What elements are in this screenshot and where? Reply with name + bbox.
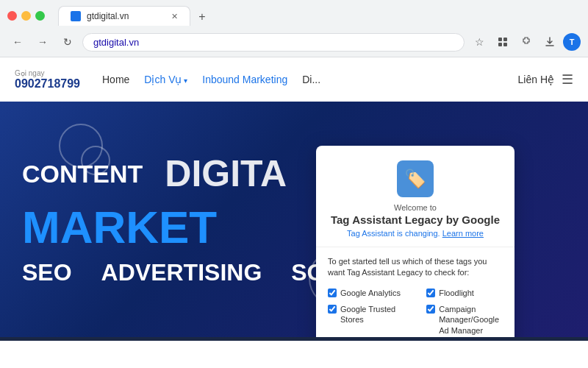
tab-favicon	[71, 11, 81, 21]
checkbox-trusted-stores[interactable]: Google Trusted Stores	[328, 304, 419, 336]
checkbox-campaign-manager[interactable]: Campaign Manager/Google Ad Manager	[426, 304, 503, 336]
call-label: Gọi ngay	[15, 69, 80, 77]
refresh-button[interactable]: ↻	[57, 32, 78, 52]
dialog-title: Tag Assistant Legacy by Google	[331, 213, 500, 226]
window-controls	[7, 11, 45, 21]
dialog-header: 🏷️ Welcome to Tag Assistant Legacy by Go…	[316, 146, 514, 247]
maximize-button[interactable]	[35, 11, 45, 21]
checkbox-floodlight[interactable]: Floodlight	[426, 288, 503, 298]
nav-inbound-marketing[interactable]: Inbound Marketing	[202, 74, 287, 85]
dialog-description: To get started tell us which of these ta…	[328, 256, 503, 279]
minimize-button[interactable]	[21, 11, 31, 21]
nav-logo-area: Gọi ngay 0902718799	[15, 69, 80, 91]
checkboxes-grid: Google Analytics Floodlight Google Trust…	[328, 288, 503, 337]
tag-icon-wrapper: 🏷️	[397, 160, 434, 197]
checkbox-ts-input[interactable]	[328, 305, 337, 314]
website-nav: Gọi ngay 0902718799 Home Dịch Vụ Inbound…	[0, 57, 588, 102]
checkbox-fl-label: Floodlight	[439, 288, 474, 298]
back-button[interactable]: ←	[7, 32, 28, 52]
hero-word-digital: DIGITA	[165, 152, 287, 195]
svg-rect-3	[503, 43, 507, 46]
nav-more[interactable]: Di...	[302, 74, 320, 85]
checkbox-ga-label: Google Analytics	[340, 288, 401, 298]
extension-icon[interactable]	[492, 32, 513, 52]
checkbox-ga-input[interactable]	[328, 289, 337, 297]
website-content: Gọi ngay 0902718799 Home Dịch Vụ Inbound…	[0, 57, 588, 341]
bookmark-icon[interactable]: ☆	[469, 32, 490, 52]
address-bar[interactable]: gtdigital.vn	[82, 33, 465, 52]
address-bar-row: ← → ↻ gtdigital.vn ☆ T	[0, 29, 588, 57]
checkbox-cm-label: Campaign Manager/Google Ad Manager	[439, 304, 503, 336]
learn-more-link[interactable]: Learn more	[442, 229, 484, 238]
address-text: gtdigital.vn	[93, 37, 453, 48]
checkbox-cm-input[interactable]	[426, 305, 435, 314]
browser-chrome: gtdigital.vn ✕ + ← → ↻ gtdigital.vn ☆ T	[0, 0, 588, 57]
tab-close-icon[interactable]: ✕	[171, 12, 178, 21]
phone-number: 0902718799	[15, 77, 80, 91]
download-icon[interactable]	[539, 32, 560, 52]
extensions-puzzle-icon[interactable]	[516, 32, 537, 52]
website-footer: GT Grow together 🌐 gtdigital.vn 📞 0902.7…	[0, 337, 588, 341]
close-button[interactable]	[7, 11, 17, 21]
checkbox-fl-input[interactable]	[426, 289, 435, 297]
tag-assistant-dialog: 🏷️ Welcome to Tag Assistant Legacy by Go…	[316, 146, 514, 337]
forward-button[interactable]: →	[32, 32, 53, 52]
subtitle-prefix: Tag Assistant is changing.	[347, 229, 440, 238]
svg-rect-0	[498, 38, 502, 41]
hero-word-market: MARKE	[22, 201, 189, 253]
dialog-body: To get started tell us which of these ta…	[316, 247, 514, 337]
toolbar-icons: ☆ T	[469, 32, 581, 52]
tag-icon: 🏷️	[404, 169, 426, 189]
tab-title: gtdigital.vn	[87, 11, 129, 21]
nav-contact[interactable]: Liên Hệ	[518, 74, 554, 85]
hero-word-content: CONTENT	[22, 160, 143, 188]
checkbox-ts-label: Google Trusted Stores	[340, 304, 419, 325]
tabs-row: gtdigital.vn ✕ +	[51, 6, 218, 26]
browser-top-bar: gtdigital.vn ✕ +	[0, 0, 588, 29]
hero-section: CONTENT DIGITA MARKE T SEO ADVERTISING S…	[0, 102, 588, 337]
nav-home[interactable]: Home	[102, 74, 129, 85]
user-avatar[interactable]: T	[563, 33, 581, 51]
hamburger-icon[interactable]: ☰	[562, 71, 573, 88]
hero-word-t: T	[189, 201, 217, 253]
dialog-subtitle: Tag Assistant is changing. Learn more	[347, 229, 484, 238]
svg-rect-2	[498, 43, 502, 46]
nav-services[interactable]: Dịch Vụ	[144, 74, 187, 85]
new-tab-button[interactable]: +	[193, 8, 211, 26]
hero-word-seo: SEO	[22, 259, 72, 286]
dialog-welcome: Welcome to	[394, 203, 437, 212]
checkbox-google-analytics[interactable]: Google Analytics	[328, 288, 419, 298]
svg-rect-1	[503, 38, 507, 41]
hero-word-advertising: ADVERTISING	[101, 259, 262, 286]
nav-links: Home Dịch Vụ Inbound Marketing Di...	[102, 74, 518, 85]
active-tab[interactable]: gtdigital.vn ✕	[58, 6, 190, 26]
